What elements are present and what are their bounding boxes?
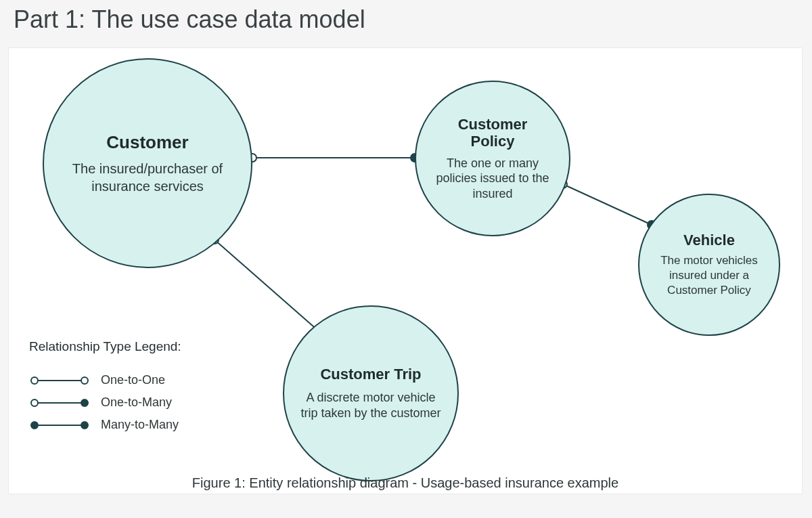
legend-item-one-to-one: One-to-One bbox=[29, 373, 252, 387]
entity-customer-trip: Customer Trip A discrete motor vehicle t… bbox=[283, 305, 459, 481]
svg-point-10 bbox=[31, 377, 38, 384]
diagram-card: Customer The insured/purchaser of insura… bbox=[8, 47, 803, 494]
entity-description: The one or many policies issued to the i… bbox=[435, 156, 550, 202]
entity-vehicle: Vehicle The motor vehicles insured under… bbox=[638, 194, 780, 336]
page-title: Part 1: The use case data model bbox=[14, 5, 812, 34]
entity-title: Vehicle bbox=[683, 232, 735, 249]
many-to-many-icon bbox=[29, 420, 90, 431]
legend-label: Many-to-Many bbox=[101, 418, 179, 432]
svg-point-11 bbox=[81, 377, 88, 384]
svg-point-14 bbox=[81, 400, 88, 406]
entity-description: A discrete motor vehicle trip taken by t… bbox=[300, 390, 441, 422]
svg-point-16 bbox=[31, 422, 38, 429]
one-to-many-icon bbox=[29, 397, 90, 408]
edge-customer-to-policy bbox=[248, 154, 419, 162]
entity-title: Customer Trip bbox=[320, 366, 421, 383]
svg-line-3 bbox=[215, 240, 319, 331]
svg-point-17 bbox=[81, 422, 88, 429]
svg-point-13 bbox=[31, 400, 38, 406]
edge-policy-to-vehicle bbox=[559, 180, 656, 229]
legend: Relationship Type Legend: One-to-One bbox=[29, 339, 252, 440]
legend-item-many-to-many: Many-to-Many bbox=[29, 418, 252, 432]
legend-label: One-to-Many bbox=[101, 395, 172, 410]
entity-customer-policy: Customer Policy The one or many policies… bbox=[415, 81, 570, 236]
edge-customer-to-trip bbox=[210, 236, 323, 335]
legend-item-one-to-many: One-to-Many bbox=[29, 395, 252, 410]
entity-customer: Customer The insured/purchaser of insura… bbox=[43, 58, 252, 268]
figure-caption: Figure 1: Entity relationship diagram - … bbox=[9, 475, 802, 491]
svg-line-6 bbox=[563, 184, 652, 225]
entity-title: Customer Policy bbox=[435, 116, 550, 150]
legend-title: Relationship Type Legend: bbox=[29, 339, 252, 354]
one-to-one-icon bbox=[29, 375, 90, 386]
entity-description: The insured/purchaser of insurance servi… bbox=[66, 160, 229, 195]
entity-title: Customer bbox=[106, 132, 188, 153]
legend-label: One-to-One bbox=[101, 373, 165, 387]
entity-description: The motor vehicles insured under a Custo… bbox=[652, 253, 767, 298]
